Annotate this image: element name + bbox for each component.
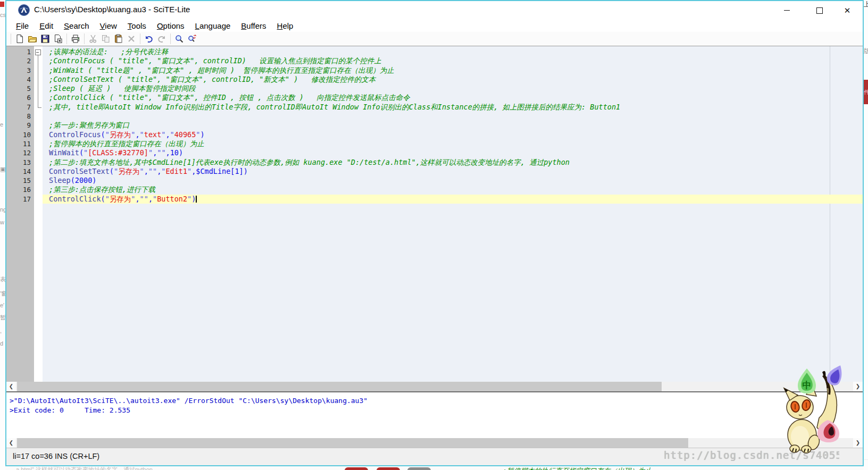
pink-flame-icon (814, 419, 841, 446)
background-code-text: ;暂停脚本的执行直至指定窗口存在（出现）为止 (503, 466, 652, 470)
background-glyph: 暂 (0, 314, 5, 322)
code-editor[interactable]: 1;该脚本的语法是: ;分号代表注释2;ControlFocus ( "titl… (6, 46, 863, 382)
menu-view[interactable]: View (95, 21, 122, 30)
fold-marker-mid (34, 75, 43, 84)
menu-file[interactable]: File (11, 21, 34, 30)
menu-language[interactable]: Language (190, 21, 236, 30)
undo-icon[interactable] (143, 33, 155, 45)
line-number: 7 (6, 103, 34, 112)
code-text[interactable]: ControlFocus("另存为","text","40965") (43, 130, 863, 139)
code-line-1[interactable]: 1;该脚本的语法是: ;分号代表注释 (6, 47, 863, 56)
fold-margin-cell (34, 121, 43, 130)
editor-h-scrollbar[interactable]: ❮ ❯ (6, 382, 863, 391)
code-line-3[interactable]: 3;WinWait ( "title题" , "窗口文本" , 超时时间 ) 暂… (6, 66, 863, 75)
scroll-left-arrow[interactable]: ❮ (6, 382, 16, 391)
code-text[interactable]: WinWait("[CLASS:#32770]","",10) (43, 148, 863, 157)
code-text[interactable]: ;ControlClick ( "title", "窗口文本", 控件ID , … (43, 93, 863, 102)
code-line-13[interactable]: 13;第二步:填充文件名地址,其中$CmdLine[1]代表exe执行时的动态参… (6, 158, 863, 167)
menu-tools[interactable]: Tools (122, 21, 152, 30)
open-file-icon[interactable] (26, 33, 39, 45)
line-number: 14 (6, 167, 34, 176)
output-line: >Exit code: 0 Time: 2.535 (10, 406, 863, 415)
fold-margin-cell (34, 176, 43, 185)
code-text[interactable]: ;WinWait ( "title题" , "窗口文本" , 超时时间 ) 暂停… (43, 66, 863, 75)
code-line-11[interactable]: 11;暂停脚本的执行直至指定窗口存在（出现）为止 (6, 139, 863, 148)
maximize-button[interactable] (812, 5, 828, 16)
menu-options[interactable]: Options (152, 21, 190, 30)
print-icon[interactable] (69, 33, 82, 45)
scroll-left-arrow[interactable]: ❮ (6, 438, 16, 448)
find-icon[interactable] (173, 33, 186, 45)
code-text[interactable]: ;Sleep ( 延迟 ) 使脚本暂停指定时间段 (43, 84, 863, 93)
fold-marker-mid (34, 56, 43, 65)
fold-marker-start[interactable] (34, 47, 43, 56)
paste-icon[interactable] (112, 33, 125, 45)
menu-buffers[interactable]: Buffers (236, 21, 271, 30)
fold-marker-mid (34, 84, 43, 93)
line-number: 13 (6, 158, 34, 167)
code-line-16[interactable]: 16;第三步:点击保存按钮,进行下载 (6, 185, 863, 194)
line-number: 4 (6, 75, 34, 84)
code-line-12[interactable]: 12WinWait("[CLASS:#32770]","",10) (6, 148, 863, 157)
fold-margin-cell (34, 112, 43, 121)
code-line-8[interactable]: 8 (6, 112, 863, 121)
output-h-scrollbar[interactable]: ❮ ❯ (6, 438, 863, 448)
code-line-7[interactable]: 7;其中, title即AutoIt Window Info识别出的Title字… (6, 103, 863, 112)
code-line-17[interactable]: 17ControlClick("另存为","","Button2") (6, 195, 863, 204)
line-number: 10 (6, 130, 34, 139)
window-title: C:\Users\sy\Desktop\kuang.au3 - SciTE-Li… (34, 5, 190, 14)
background-blurred-text: a.html",这样就可以动态改变地址的名字，通过python (16, 466, 153, 470)
find-replace-icon[interactable] (186, 33, 198, 45)
line-number: 2 (6, 56, 34, 65)
code-line-10[interactable]: 10ControlFocus("另存为","text","40965") (6, 130, 863, 139)
menu-help[interactable]: Help (272, 21, 299, 30)
background-glyph: ng (0, 206, 5, 213)
scrollbar-thumb[interactable] (17, 382, 662, 391)
code-text[interactable]: ;第二步:填充文件名地址,其中$CmdLine[1]代表exe执行时的动态参数,… (43, 158, 863, 167)
line-number: 12 (6, 148, 34, 157)
background-glyph: w (0, 219, 4, 225)
code-text[interactable]: ;ControlFocus ( "title", "窗口文本", control… (43, 56, 863, 65)
scroll-right-arrow[interactable]: ❯ (853, 438, 863, 448)
code-text[interactable]: ;其中, title即AutoIt Window Info识别出的Title字段… (43, 103, 863, 112)
code-text[interactable]: ;ControlSetText ( "title", "窗口文本", contr… (43, 75, 863, 84)
background-glyph: 上 (864, 0, 868, 9)
code-text[interactable]: ;第一步:聚焦另存为窗口 (43, 121, 863, 130)
code-text[interactable]: ;第三步:点击保存按钮,进行下载 (43, 185, 863, 194)
resize-grip-dots: ··· (864, 457, 868, 462)
background-red-icon (345, 467, 368, 470)
code-line-5[interactable]: 5;Sleep ( 延迟 ) 使脚本暂停指定时间段 (6, 84, 863, 93)
code-line-6[interactable]: 6;ControlClick ( "title", "窗口文本", 控件ID ,… (6, 93, 863, 102)
code-text[interactable]: ControlClick("另存为","","Button2") (43, 195, 863, 204)
scrollbar-thumb[interactable] (17, 438, 688, 448)
code-text[interactable]: Sleep(2000) (43, 176, 863, 185)
menu-search[interactable]: Search (59, 21, 95, 30)
code-line-2[interactable]: 2;ControlFocus ( "title", "窗口文本", contro… (6, 56, 863, 65)
output-pane[interactable]: >"D:\AutoIt\AutoIt3\SciTE\..\autoit3.exe… (6, 392, 863, 438)
code-line-9[interactable]: 9;第一步:聚焦另存为窗口 (6, 121, 863, 130)
code-text[interactable]: ;该脚本的语法是: ;分号代表注释 (43, 47, 863, 56)
code-line-14[interactable]: 14ControlSetText("另存为","","Edit1",$CmdLi… (6, 167, 863, 176)
line-number: 3 (6, 66, 34, 75)
minimize-button[interactable] (779, 5, 795, 16)
editor-lines: 1;该脚本的语法是: ;分号代表注释2;ControlFocus ( "titl… (6, 47, 863, 204)
close-button[interactable]: ✕ (839, 5, 855, 16)
line-number: 1 (6, 47, 34, 56)
code-line-15[interactable]: 15Sleep(2000) (6, 176, 863, 185)
close-file-icon[interactable] (52, 33, 64, 45)
code-text[interactable]: ControlSetText("另存为","","Edit1",$CmdLine… (43, 167, 863, 176)
line-number: 15 (6, 176, 34, 185)
code-line-4[interactable]: 4;ControlSetText ( "title", "窗口文本", cont… (6, 75, 863, 84)
line-number: 16 (6, 185, 34, 194)
code-text[interactable]: ;暂停脚本的执行直至指定窗口存在（出现）为止 (43, 139, 863, 148)
save-file-icon[interactable] (39, 33, 52, 45)
toolbar (6, 32, 863, 46)
new-file-icon[interactable] (13, 33, 26, 45)
background-glyph: ▣ (0, 166, 5, 173)
scroll-right-arrow[interactable]: ❯ (853, 382, 863, 391)
background-glyph: 版 (864, 47, 868, 56)
code-text[interactable] (43, 112, 863, 121)
background-red-icon (377, 467, 400, 470)
menu-edit[interactable]: Edit (34, 21, 59, 30)
fold-margin-cell (34, 148, 43, 157)
